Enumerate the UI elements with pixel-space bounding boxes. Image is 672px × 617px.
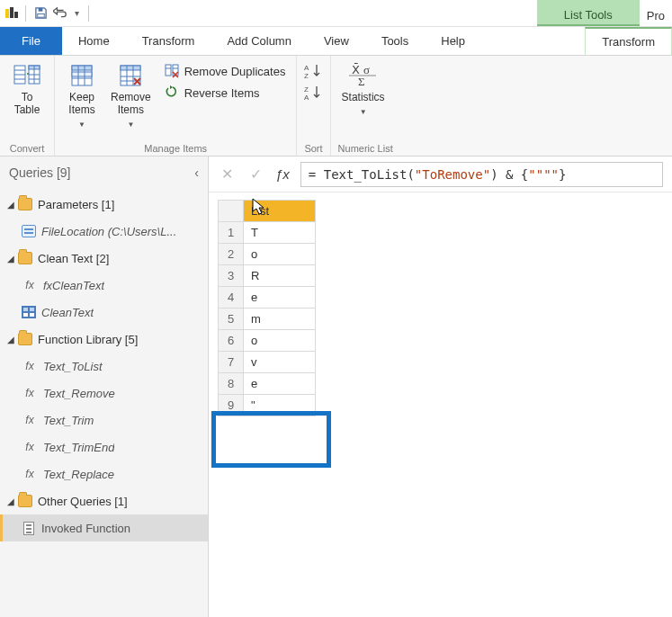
accept-formula-button[interactable]: ✓ bbox=[246, 165, 264, 183]
group-label-numeric: Numeric List bbox=[338, 141, 393, 154]
collapse-panel-button[interactable]: ‹ bbox=[194, 165, 199, 180]
folder-icon bbox=[18, 198, 32, 210]
svg-rect-21 bbox=[121, 66, 140, 70]
keep-items-icon bbox=[67, 61, 96, 90]
data-grid[interactable]: List 1T 2o 3R 4e 5m 6o 7v 8e 9" bbox=[218, 200, 316, 416]
function-icon: fx bbox=[22, 360, 38, 372]
query-item-text-trim[interactable]: fx Text_Trim bbox=[0, 407, 208, 434]
data-grid-wrap: List 1T 2o 3R 4e 5m 6o 7v 8e 9" bbox=[209, 192, 672, 424]
folder-icon bbox=[18, 495, 32, 507]
context-tab-title: List Tools bbox=[564, 8, 613, 22]
statistics-button[interactable]: X̄ σ Σ Statistics ▼ bbox=[338, 59, 389, 118]
tab-file[interactable]: File bbox=[0, 27, 62, 55]
column-header-list[interactable]: List bbox=[244, 201, 316, 222]
svg-rect-3 bbox=[38, 8, 42, 12]
tab-transform[interactable]: Transform bbox=[126, 27, 211, 55]
annotation-highlight-box bbox=[211, 411, 331, 468]
collapse-icon: ◢ bbox=[5, 335, 16, 344]
remove-duplicates-button[interactable]: Remove Duplicates bbox=[160, 61, 290, 81]
tab-help[interactable]: Help bbox=[425, 27, 481, 55]
sort-asc-button[interactable]: A Z bbox=[304, 63, 322, 79]
svg-rect-0 bbox=[5, 9, 9, 18]
tab-tools[interactable]: Tools bbox=[365, 27, 425, 55]
grid-corner[interactable] bbox=[219, 201, 244, 222]
table-row: 1T bbox=[219, 222, 316, 244]
ribbon-group-convert: To Table Convert bbox=[0, 56, 55, 156]
query-group-clean-text[interactable]: ◢ Clean Text [2] bbox=[0, 245, 208, 272]
svg-text:Z: Z bbox=[304, 85, 309, 94]
query-item-text-remove[interactable]: fx Text_Remove bbox=[0, 380, 208, 407]
svg-text:A: A bbox=[304, 64, 309, 72]
to-table-label: To Table bbox=[14, 92, 40, 117]
table-row: 9" bbox=[219, 395, 316, 416]
workspace: Queries [9] ‹ ◢ Parameters [1] FileLocat… bbox=[0, 156, 672, 617]
svg-text:Σ: Σ bbox=[358, 75, 365, 88]
table-row: 2o bbox=[219, 244, 316, 265]
chevron-down-icon: ▼ bbox=[127, 121, 134, 129]
table-icon bbox=[22, 306, 36, 318]
svg-rect-16 bbox=[72, 72, 92, 76]
function-icon: fx bbox=[22, 387, 38, 399]
queries-panel-title: Queries [9] bbox=[9, 165, 70, 180]
table-row: 8e bbox=[219, 373, 316, 395]
svg-rect-2 bbox=[14, 12, 18, 18]
query-group-other-queries[interactable]: ◢ Other Queries [1] bbox=[0, 487, 208, 514]
undo-icon[interactable] bbox=[53, 6, 67, 21]
ribbon: To Table Convert Keep Items ▼ bbox=[0, 56, 672, 156]
query-group-function-library[interactable]: ◢ Function Library [5] bbox=[0, 326, 208, 353]
function-icon: fx bbox=[22, 468, 38, 480]
chevron-down-icon: ▼ bbox=[78, 121, 85, 129]
table-row: 6o bbox=[219, 330, 316, 352]
tab-add-column[interactable]: Add Column bbox=[211, 27, 308, 55]
query-item-filelocation[interactable]: FileLocation (C:\Users\L... bbox=[0, 218, 208, 245]
formula-input[interactable]: = Text_ToList("ToRemove") & {""""} bbox=[300, 162, 663, 187]
tab-home[interactable]: Home bbox=[62, 27, 126, 55]
svg-rect-15 bbox=[72, 66, 92, 70]
ribbon-group-manage-items: Keep Items ▼ Remove Items ▼ bbox=[55, 56, 297, 156]
sort-desc-button[interactable]: Z A bbox=[304, 85, 322, 101]
to-table-button[interactable]: To Table bbox=[7, 59, 47, 119]
query-item-fxcleantext[interactable]: fx fxCleanText bbox=[0, 272, 208, 299]
svg-rect-4 bbox=[37, 13, 44, 17]
tab-list-transform[interactable]: Transform bbox=[585, 27, 672, 55]
function-icon: fx bbox=[22, 279, 38, 291]
group-label-sort: Sort bbox=[304, 141, 322, 154]
table-row: 7v bbox=[219, 352, 316, 373]
reverse-items-button[interactable]: Reverse Items bbox=[160, 83, 290, 103]
statistics-icon: X̄ σ Σ bbox=[349, 61, 378, 90]
table-row: 5m bbox=[219, 308, 316, 330]
folder-icon bbox=[18, 252, 32, 264]
query-item-text-replace[interactable]: fx Text_Replace bbox=[0, 461, 208, 487]
qat-separator bbox=[25, 5, 26, 22]
statistics-label: Statistics bbox=[342, 92, 385, 104]
truncated-right-text: Pro bbox=[640, 0, 672, 26]
app-icon bbox=[5, 7, 18, 20]
cancel-formula-button[interactable]: ✕ bbox=[218, 165, 236, 183]
chevron-down-icon: ▼ bbox=[360, 108, 367, 116]
query-item-cleantext[interactable]: CleanText bbox=[0, 299, 208, 326]
folder-icon bbox=[18, 333, 32, 345]
qat-customize-dropdown[interactable]: ▾ bbox=[73, 8, 81, 18]
remove-items-button[interactable]: Remove Items ▼ bbox=[107, 59, 155, 130]
collapse-icon: ◢ bbox=[5, 254, 16, 264]
remove-items-label: Remove Items bbox=[111, 92, 151, 117]
query-group-parameters[interactable]: ◢ Parameters [1] bbox=[0, 191, 208, 218]
save-icon[interactable] bbox=[33, 6, 48, 21]
query-item-invoked-function[interactable]: Invoked Function bbox=[0, 514, 208, 541]
svg-text:Z: Z bbox=[304, 72, 309, 79]
collapse-icon: ◢ bbox=[5, 200, 16, 210]
query-item-text-trimend[interactable]: fx Text_TrimEnd bbox=[0, 434, 208, 461]
svg-rect-26 bbox=[166, 65, 171, 76]
queries-panel: Queries [9] ‹ ◢ Parameters [1] FileLocat… bbox=[0, 156, 209, 617]
keep-items-label: Keep Items bbox=[68, 92, 94, 117]
group-label-convert: Convert bbox=[7, 141, 47, 154]
fx-icon: ƒx bbox=[275, 166, 290, 182]
function-icon: fx bbox=[22, 441, 38, 453]
remove-items-icon bbox=[116, 61, 145, 90]
keep-items-button[interactable]: Keep Items ▼ bbox=[62, 59, 102, 130]
ribbon-group-sort: A Z Z A Sort bbox=[297, 56, 330, 156]
tab-view[interactable]: View bbox=[308, 27, 365, 55]
query-item-text-tolist[interactable]: fx Text_ToList bbox=[0, 353, 208, 380]
table-row: 4e bbox=[219, 287, 316, 308]
ribbon-tab-strip: File Home Transform Add Column View Tool… bbox=[0, 27, 672, 56]
